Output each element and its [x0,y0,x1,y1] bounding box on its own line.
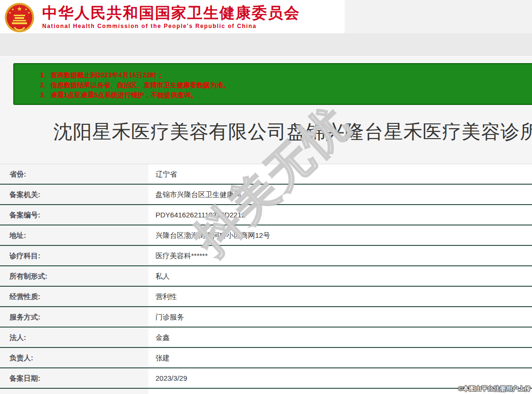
field-value: 医疗美容科****** [148,246,532,265]
row-treatment-subjects: 诊疗科目: 医疗美容科****** [0,246,532,266]
background-band-middle [0,33,532,56]
svg-text:★: ★ [17,5,22,12]
svg-text:★: ★ [9,11,11,14]
row-record-number: 备案编号: PDY64162621110317D2212 [0,205,532,225]
row-partial-clipped [0,389,532,394]
row-service-mode: 服务方式: 门诊服务 [0,307,532,328]
site-title-cn: 中华人民共和国国家卫生健康委员会 [42,4,300,21]
notice-line-2: 2、信息数据结果以各省、自治区、直辖市卫生健康委数据为准。 [40,80,532,90]
field-label: 备案日期: [0,368,148,388]
notice-line-1: 1、查询数据截止到2023年4月16日22时； [40,70,532,80]
field-value: 金鑫 [148,328,532,347]
notice-line-3: 3、凌晨1点至凌晨5点系统进行维护，不能提供查询。 [40,90,532,100]
row-legal-person: 法人: 金鑫 [0,328,532,348]
field-label: 备案编号: [0,205,148,225]
svg-text:★: ★ [11,8,14,11]
field-label: 省份: [0,164,148,184]
row-record-authority: 备案机关: 盘锦市兴隆台区卫生健康局 [0,185,532,205]
field-value: 辽宁省 [148,164,532,184]
field-label: 负责人: [0,348,148,367]
row-person-in-charge: 负责人: 张建 [0,348,532,368]
record-title: 沈阳星禾医疗美容有限公司盘锦兴隆台星禾医疗美容诊所 [0,119,532,145]
field-label: 法人: [0,328,148,347]
row-address: 地址: 兴隆台区渤海街道河畔小区商网12号 [0,225,532,246]
field-value: 盘锦市兴隆台区卫生健康局 [148,185,532,204]
row-operating-nature: 经营性质: 营利性 [0,287,532,307]
row-ownership-form: 所有制形式: 私人 [0,266,532,287]
notice-box: 1、查询数据截止到2023年4月16日22时； 2、信息数据结果以各省、自治区、… [13,63,532,105]
site-header: ★ ★ ★ ★ ★ 中华人民共和国国家卫生健康委员会 National Heal… [0,0,345,33]
site-title-en: National Health Commission of the People… [42,23,300,29]
svg-text:★: ★ [25,8,28,11]
field-label: 服务方式: [0,307,148,327]
field-label: 经营性质: [0,287,148,306]
row-province: 省份: 辽宁省 [0,164,532,185]
page: ★ ★ ★ ★ ★ 中华人民共和国国家卫生健康委员会 National Heal… [0,0,532,394]
field-value: 私人 [148,266,532,286]
site-titles: 中华人民共和国国家卫生健康委员会 National Health Commiss… [42,4,300,29]
record-table: 省份: 辽宁省 备案机关: 盘锦市兴隆台区卫生健康局 备案编号: PDY6416… [0,164,532,394]
field-value: PDY64162621110317D2212 [148,205,532,225]
row-record-date: 备案日期: 2023/3/29 [0,368,532,389]
field-value: 门诊服务 [148,307,532,327]
field-label: 地址: [0,225,148,245]
field-label: 诊疗科目: [0,246,148,265]
field-label: 备案机关: [0,185,148,204]
svg-text:★: ★ [28,11,30,14]
field-value: 兴隆台区渤海街道河畔小区商网12号 [148,225,532,245]
china-national-emblem-icon: ★ ★ ★ ★ ★ [4,2,35,33]
field-value: 张建 [148,348,532,367]
field-label: 所有制形式: [0,266,148,286]
upload-credit-overlay: ©本图由平台注册用户上传 [458,385,531,393]
field-value: 营利性 [148,287,532,306]
